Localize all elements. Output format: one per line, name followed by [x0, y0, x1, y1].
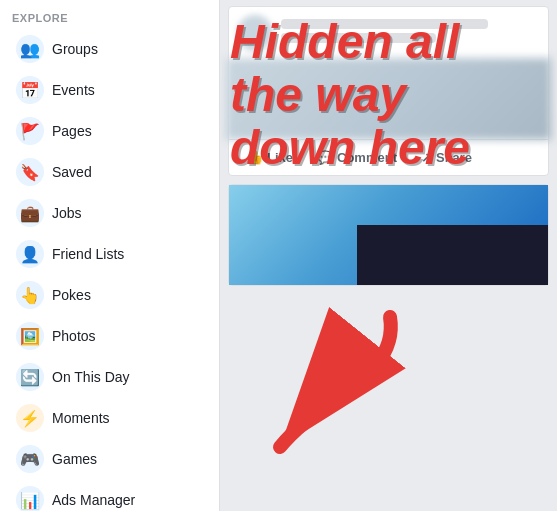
comment-label: Comment [337, 150, 397, 165]
like-button[interactable]: 👍 Like [237, 146, 303, 169]
time-blur [281, 33, 436, 43]
groups-icon: 👥 [16, 35, 44, 63]
sidebar-item-friendlists[interactable]: 👤Friend Lists [4, 234, 215, 274]
sidebar-item-label-adsmanager: Ads Manager [52, 492, 135, 508]
post-meta [281, 19, 540, 47]
sidebar-item-photos[interactable]: 🖼️Photos [4, 316, 215, 356]
dark-overlay [357, 225, 548, 285]
events-icon: 📅 [16, 76, 44, 104]
feed-area: 👍 Like 💬 Comment ↗ Share H [220, 6, 557, 511]
saved-icon: 🔖 [16, 158, 44, 186]
like-icon: 👍 [247, 150, 263, 165]
post-actions: 👍 Like 💬 Comment ↗ Share [229, 139, 548, 175]
explore-header: EXPLORE [0, 4, 219, 28]
adsmanager-icon: 📊 [16, 486, 44, 511]
sidebar-item-label-onthisday: On This Day [52, 369, 130, 385]
sidebar-item-games[interactable]: 🎮Games [4, 439, 215, 479]
share-icon: ↗ [421, 150, 432, 165]
post-card-top: 👍 Like 💬 Comment ↗ Share [228, 6, 549, 176]
sidebar-item-adsmanager[interactable]: 📊Ads Manager [4, 480, 215, 511]
comment-button[interactable]: 💬 Comment [307, 146, 407, 169]
post-image [226, 58, 551, 140]
like-label: Like [267, 150, 293, 165]
pokes-icon: 👆 [16, 281, 44, 309]
sidebar-item-onthisday[interactable]: 🔄On This Day [4, 357, 215, 397]
sidebar-item-label-pages: Pages [52, 123, 92, 139]
sidebar-item-label-events: Events [52, 82, 95, 98]
sidebar: EXPLORE 👥Groups📅Events🚩Pages🔖Saved💼Jobs👤… [0, 0, 220, 511]
sidebar-item-groups[interactable]: 👥Groups [4, 29, 215, 69]
sidebar-item-jobs[interactable]: 💼Jobs [4, 193, 215, 233]
post-image-blue [229, 185, 548, 285]
sidebar-item-label-friendlists: Friend Lists [52, 246, 124, 262]
jobs-icon: 💼 [16, 199, 44, 227]
arrow-svg [240, 297, 420, 457]
sidebar-item-label-games: Games [52, 451, 97, 467]
photos-icon: 🖼️ [16, 322, 44, 350]
pages-icon: 🚩 [16, 117, 44, 145]
sidebar-item-pages[interactable]: 🚩Pages [4, 111, 215, 151]
sidebar-item-label-groups: Groups [52, 41, 98, 57]
arrow-container [240, 297, 420, 457]
sidebar-item-label-saved: Saved [52, 164, 92, 180]
sidebar-item-moments[interactable]: ⚡Moments [4, 398, 215, 438]
sidebar-item-label-photos: Photos [52, 328, 96, 344]
comment-icon: 💬 [317, 150, 333, 165]
sidebar-item-label-pokes: Pokes [52, 287, 91, 303]
share-label: Share [436, 150, 472, 165]
onthisday-icon: 🔄 [16, 363, 44, 391]
post-header [229, 7, 548, 59]
games-icon: 🎮 [16, 445, 44, 473]
main-content: 👍 Like 💬 Comment ↗ Share H [220, 0, 557, 511]
sidebar-item-events[interactable]: 📅Events [4, 70, 215, 110]
share-button[interactable]: ↗ Share [411, 146, 482, 169]
sidebar-item-pokes[interactable]: 👆Pokes [4, 275, 215, 315]
moments-icon: ⚡ [16, 404, 44, 432]
sidebar-item-saved[interactable]: 🔖Saved [4, 152, 215, 192]
post-card-bottom [228, 184, 549, 286]
name-blur [281, 19, 488, 29]
sidebar-item-label-jobs: Jobs [52, 205, 82, 221]
sidebar-item-label-moments: Moments [52, 410, 110, 426]
avatar [237, 15, 273, 51]
friendlists-icon: 👤 [16, 240, 44, 268]
